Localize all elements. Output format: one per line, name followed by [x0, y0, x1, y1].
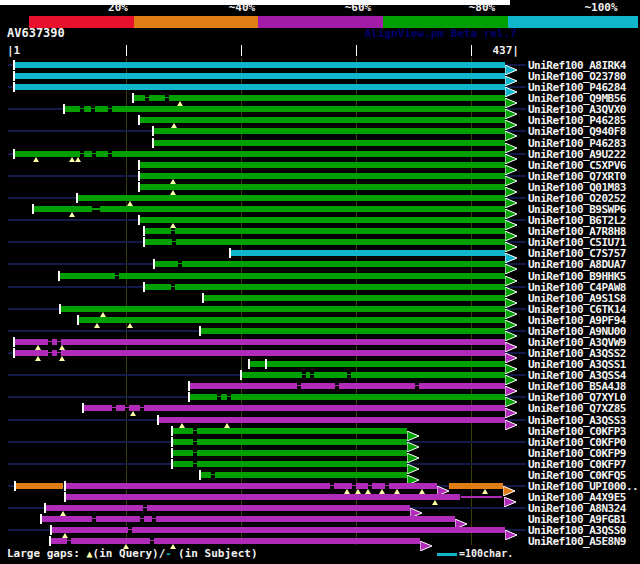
alignment-bar[interactable]	[139, 184, 505, 190]
legend-mid: (in Query)/	[93, 547, 166, 560]
subject-gap-break	[92, 516, 96, 522]
alignment-bar[interactable]	[14, 339, 505, 345]
ruler-tick	[356, 45, 357, 56]
ruler-tick	[471, 45, 472, 56]
subject-gap-break	[108, 151, 112, 157]
alignment-bar[interactable]	[77, 195, 505, 201]
alignment-bar[interactable]	[154, 261, 505, 267]
subject-gap-break	[172, 239, 176, 245]
alignment-bar[interactable]	[132, 95, 505, 101]
alignment-bar[interactable]	[66, 494, 460, 500]
query-name: AV637390	[7, 27, 65, 39]
subject-gap-break	[385, 483, 389, 489]
alignment-bar[interactable]	[50, 538, 420, 544]
subject-gap-break	[80, 106, 84, 112]
alignment-start-tick	[138, 160, 140, 170]
alignment-bar[interactable]	[159, 417, 505, 423]
alignment-bar[interactable]	[248, 361, 505, 367]
alignment-start-tick	[240, 370, 242, 380]
alignment-bar[interactable]	[13, 151, 505, 157]
alignment-start-tick	[13, 71, 15, 81]
alignment-start-tick	[152, 126, 154, 136]
subject-label[interactable]: UniRef100_P46283	[528, 138, 626, 149]
alignment-bar[interactable]	[172, 450, 407, 456]
alignment-bar[interactable]	[203, 295, 505, 301]
ruler-tick	[126, 45, 127, 56]
alignment-start-tick	[132, 93, 134, 103]
alignment-bar[interactable]	[15, 483, 63, 489]
alignment-bar[interactable]	[139, 117, 505, 123]
subject-label[interactable]: UniRef100_C0KFP3	[528, 426, 626, 437]
subject-gap-break	[217, 394, 221, 400]
alignment-bar[interactable]	[172, 428, 407, 434]
alignment-bar[interactable]	[33, 206, 92, 212]
alignment-bar[interactable]	[230, 250, 505, 256]
alignment-bar[interactable]	[64, 106, 505, 112]
alignment-bar[interactable]	[172, 439, 407, 445]
alignment-start-tick	[64, 481, 66, 491]
alignment-start-tick	[157, 415, 159, 425]
alignment-bar[interactable]	[14, 350, 505, 356]
subject-label[interactable]: UniRef100_A3QSS3	[528, 415, 626, 426]
subject-gap-break	[67, 538, 71, 544]
subject-gap-break	[347, 372, 351, 378]
alignment-bar[interactable]	[190, 394, 505, 400]
subject-label[interactable]: UniRef100_A5E8N9	[528, 536, 626, 547]
alignment-bar[interactable]	[144, 284, 505, 290]
alignment-bar[interactable]	[13, 73, 505, 79]
alignment-start-tick	[199, 470, 201, 480]
alignment-bar[interactable]	[242, 372, 505, 378]
subject-label[interactable]: UniRef100_B9HHK5	[528, 271, 626, 282]
alignment-start-tick	[143, 282, 145, 292]
subject-gap-break	[140, 516, 144, 522]
alignment-start-tick	[13, 348, 15, 358]
alignment-start-tick	[248, 359, 250, 369]
alignment-bar[interactable]	[190, 383, 505, 389]
subject-gap-break	[335, 383, 339, 389]
scale-tick-label: ~100%	[584, 2, 617, 14]
alignment-bar[interactable]	[100, 206, 505, 212]
alignment-bar[interactable]	[52, 527, 505, 533]
alignment-bar[interactable]	[153, 128, 505, 134]
alignment-start-tick	[77, 315, 79, 325]
alignment-bar[interactable]	[172, 461, 407, 467]
alignment-bar[interactable]	[139, 162, 505, 168]
alignment-start-tick	[50, 525, 52, 535]
alignment-bar[interactable]	[144, 228, 505, 234]
subject-gap-break	[330, 483, 334, 489]
alignment-bar[interactable]	[139, 173, 505, 179]
alignment-bar[interactable]	[60, 306, 505, 312]
alignment-start-tick	[153, 259, 155, 269]
alignment-bar[interactable]	[59, 273, 505, 279]
subject-label[interactable]: UniRef100_A8DUA7	[528, 259, 626, 270]
alignment-bar[interactable]	[45, 505, 410, 511]
subject-gap-break	[171, 284, 175, 290]
scale-tick-label: ~60%	[345, 2, 372, 14]
alignment-bar[interactable]	[153, 140, 505, 146]
subject-gap-break	[193, 450, 197, 456]
subject-label[interactable]: UniRef100_Q7XZ85	[528, 403, 626, 414]
identity-scale-bar	[0, 16, 640, 28]
alignment-bar[interactable]	[13, 62, 505, 68]
alignment-start-tick	[63, 104, 65, 114]
alignment-start-tick	[152, 138, 154, 148]
alignment-start-tick	[138, 171, 140, 181]
gap-legend: Large gaps: ▲(in Query)/- (in Subject)	[7, 548, 258, 560]
alignment-start-tick	[229, 248, 231, 258]
subject-label[interactable]: UniRef100_Q940F8	[528, 126, 626, 137]
alignment-bar[interactable]	[449, 483, 503, 489]
alignment-start-tick	[138, 115, 140, 125]
alignment-bar[interactable]	[84, 405, 505, 411]
alignment-bar[interactable]	[13, 84, 505, 90]
subject-label[interactable]: UniRef100_A9U222	[528, 149, 626, 160]
alignment-bar[interactable]	[200, 328, 505, 334]
subject-gap-break	[112, 405, 116, 411]
subject-label[interactable]: UniRef100_C4PAW8	[528, 282, 626, 293]
alignment-bar[interactable]	[200, 472, 407, 478]
scale-tick-label: ~40%	[229, 2, 256, 14]
arrowhead-icon	[420, 536, 433, 555]
alignment-bar[interactable]	[78, 317, 505, 323]
alignment-bar[interactable]	[42, 516, 455, 522]
alignment-bar[interactable]	[144, 239, 505, 245]
alignment-bar[interactable]	[139, 217, 505, 223]
